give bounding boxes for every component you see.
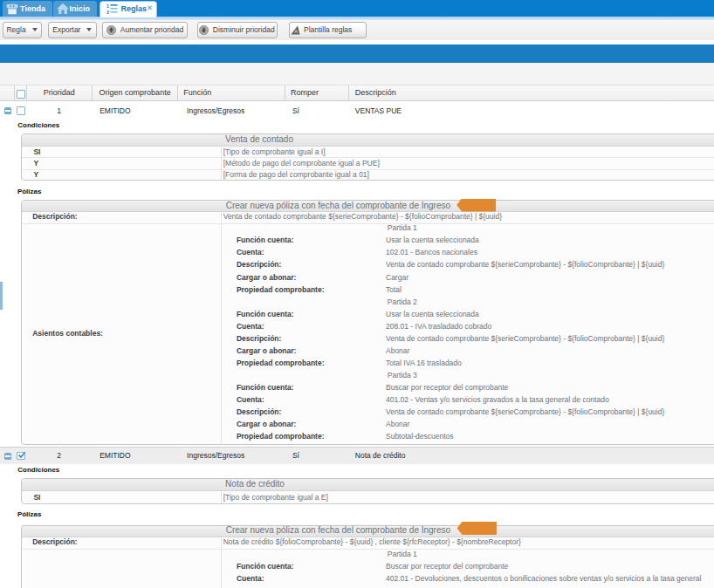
svg-text:1: 1 bbox=[106, 3, 109, 9]
svg-text:A: A bbox=[294, 29, 298, 34]
svg-text:2: 2 bbox=[106, 10, 109, 15]
